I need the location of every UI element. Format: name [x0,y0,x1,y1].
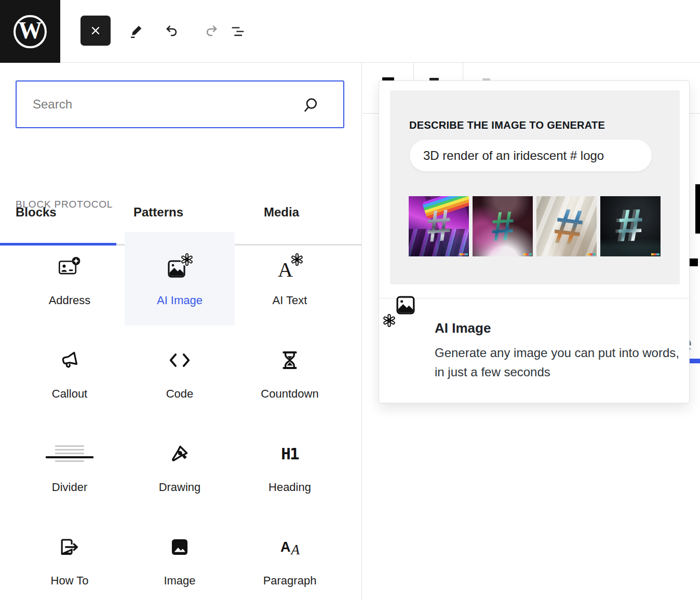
block-item-callout[interactable]: Callout [15,325,125,419]
popover-divider [379,298,689,298]
ai-image-openai-icon [167,253,193,280]
block-search-box [16,80,344,128]
block-label: Paragraph [263,574,317,588]
block-item-heading[interactable]: H1 Heading [235,419,345,512]
canvas-selection-fragment [689,359,700,363]
block-item-drawing[interactable]: Drawing [125,419,235,512]
preview-block-description: Generate any image you can put into word… [435,343,683,381]
block-item-ai-text[interactable]: A [235,232,345,325]
block-item-countdown[interactable]: Countdown [235,325,345,419]
preview-example-panel: DESCRIBE THE IMAGE TO GENERATE 3D render… [390,90,680,284]
preview-block-title: AI Image [435,320,491,336]
heading-h1-icon: H1 [281,440,298,467]
block-label: AI Text [273,294,307,307]
block-item-image[interactable]: Image [125,512,235,600]
pen-nib-icon [169,440,191,467]
ai-text-openai-icon: A [277,253,303,280]
generated-image-1: # [409,196,469,256]
megaphone-icon [58,347,81,374]
book-arrow-icon [58,534,82,561]
canvas-image-fragment [695,184,700,234]
block-label: Address [49,294,91,307]
hourglass-icon [279,347,300,374]
wordpress-logo-letter: W [14,15,47,48]
block-label: Callout [52,387,87,401]
close-inserter-button[interactable] [80,16,111,46]
block-label: Drawing [159,481,201,494]
watermark-strip [651,253,659,255]
block-item-paragraph[interactable]: AA Paragraph [235,512,345,600]
close-icon [89,24,102,37]
block-label: Divider [52,481,87,494]
block-label: AI Image [157,294,203,307]
divider-lines-icon [46,440,93,467]
block-label: Countdown [261,387,318,401]
pencil-icon [128,23,144,39]
block-item-address[interactable]: Address [15,232,125,325]
search-input[interactable] [17,81,343,127]
block-item-ai-image[interactable]: AI Image [125,232,235,325]
block-label: How To [51,574,89,588]
tab-media[interactable]: Media [241,128,362,243]
tab-patterns[interactable]: Patterns [120,128,241,243]
edit-mode-button[interactable] [124,19,149,44]
paragraph-aa-icon: AA [280,534,299,561]
list-view-icon [230,23,246,39]
describe-label: DESCRIBE THE IMAGE TO GENERATE [409,119,605,131]
block-item-divider[interactable]: Divider [15,419,125,512]
block-item-code[interactable]: Code [125,325,235,419]
redo-icon [204,23,220,39]
block-grid: Address [15,232,345,600]
undo-button[interactable] [159,19,184,44]
generated-image-2: # [473,196,533,256]
watermark-strip [523,253,532,255]
image-icon [170,534,190,561]
block-label: Heading [268,481,311,494]
generated-image-4: # # [600,196,661,256]
wordpress-block-editor: e W [0,0,700,600]
watermark-strip [460,253,468,255]
canvas-image-fragment [690,258,698,266]
section-label: BLOCK PROTOCOL [16,199,113,210]
generated-images-row: # # # # # [409,196,661,256]
undo-icon [164,23,179,39]
block-inserter-panel: Blocks Patterns Media BLOCK PROTOCOL [0,63,362,600]
wordpress-logo[interactable]: W [0,0,60,63]
redo-button[interactable] [199,19,224,44]
tab-blocks[interactable]: Blocks [0,128,120,243]
prompt-preview-field: 3D render of an iridescent # logo [410,140,652,171]
watermark-strip [587,253,596,255]
document-overview-button[interactable] [225,19,250,44]
address-card-compass-icon [57,253,82,280]
block-item-how-to[interactable]: How To [15,512,125,600]
block-label: Code [166,387,194,401]
block-preview-popover: DESCRIBE THE IMAGE TO GENERATE 3D render… [379,80,690,403]
editor-top-bar: W [0,0,700,63]
generated-image-3: # [536,196,597,256]
block-label: Image [164,574,195,588]
code-brackets-icon [168,347,191,374]
inserter-tabs: Blocks Patterns Media [0,128,362,243]
